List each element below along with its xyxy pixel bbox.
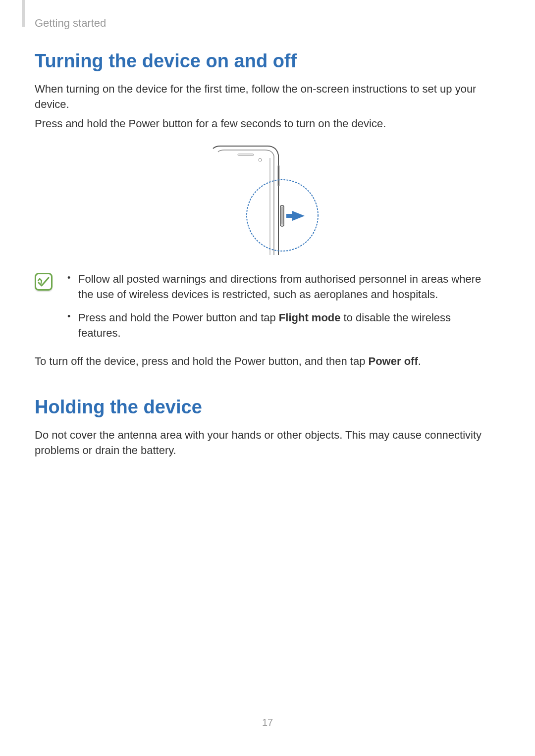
svg-rect-0 (238, 154, 254, 155)
note-item2-pre: Press and hold the Power button and tap (78, 311, 279, 324)
figure-power-button (35, 141, 490, 262)
paragraph-intro: When turning on the device for the first… (35, 82, 490, 112)
device-power-illustration (193, 141, 332, 260)
note-item-warnings: Follow all posted warnings and direction… (64, 272, 490, 302)
paragraph-power-on: Press and hold the Power button for a fe… (35, 116, 490, 132)
note-icon-cell (35, 272, 64, 291)
section-label: Getting started (35, 17, 106, 30)
svg-marker-6 (286, 211, 305, 221)
note-icon (35, 273, 53, 291)
svg-rect-3 (280, 205, 284, 226)
note-item-text: Follow all posted warnings and direction… (78, 273, 481, 301)
main-content: Turning the device on and off When turni… (35, 50, 490, 462)
section-holding-device: Holding the device Do not cover the ante… (35, 397, 490, 458)
paragraph-power-off: To turn off the device, press and hold t… (35, 354, 490, 369)
note-item2-bold: Flight mode (279, 311, 341, 324)
note-item-flight-mode: Press and hold the Power button and tap … (64, 310, 490, 341)
svg-point-1 (259, 158, 262, 161)
p3-pre: To turn off the device, press and hold t… (35, 355, 369, 367)
p3-post: . (418, 355, 421, 367)
note-block: Follow all posted warnings and direction… (35, 272, 490, 349)
heading-turning-on-off: Turning the device on and off (35, 50, 490, 72)
heading-holding-device: Holding the device (35, 397, 490, 418)
page-number: 17 (0, 717, 535, 728)
paragraph-antenna: Do not cover the antenna area with your … (35, 428, 490, 458)
p3-bold: Power off (369, 355, 418, 367)
header-tab (22, 0, 25, 27)
note-list: Follow all posted warnings and direction… (64, 272, 490, 349)
